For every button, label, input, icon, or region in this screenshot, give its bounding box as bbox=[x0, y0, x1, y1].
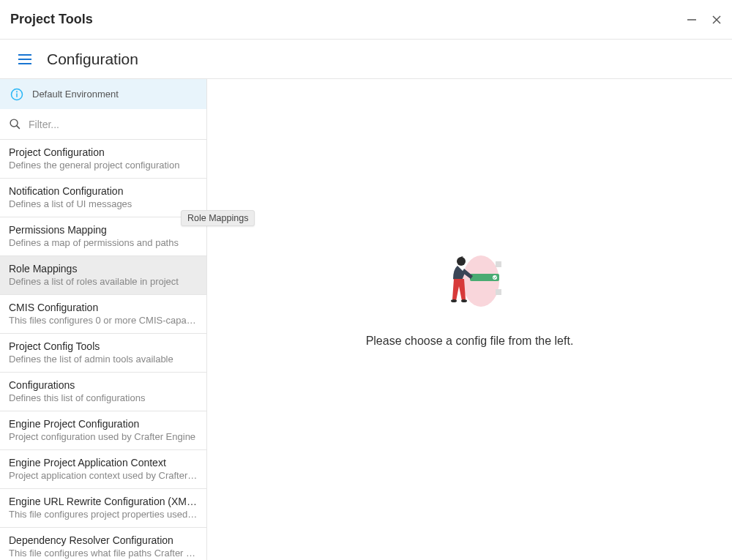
config-item-title: Configurations bbox=[9, 379, 198, 391]
config-item-title: Engine URL Rewrite Configuration (XML St… bbox=[9, 496, 198, 507]
svg-line-10 bbox=[17, 126, 20, 129]
config-item-desc: Defines this list of configurations bbox=[9, 392, 198, 403]
config-item-desc: Project configuration used by Crafter En… bbox=[9, 431, 198, 442]
minimize-button[interactable] bbox=[687, 15, 697, 25]
config-item-desc: Project application context used by Craf… bbox=[9, 470, 198, 481]
config-item-engine-project-application-context[interactable]: Engine Project Application Context Proje… bbox=[0, 450, 206, 489]
svg-point-8 bbox=[17, 92, 18, 92]
config-item-title: Engine Project Application Context bbox=[9, 457, 198, 468]
empty-message: Please choose a config file from the lef… bbox=[366, 335, 574, 348]
svg-point-13 bbox=[493, 275, 497, 280]
config-item-project-config-tools[interactable]: Project Config Tools Defines the list of… bbox=[0, 334, 206, 373]
config-item-desc: Defines a map of permissions and paths bbox=[9, 237, 198, 248]
svg-point-16 bbox=[457, 257, 466, 266]
config-item-permissions-mapping[interactable]: Permissions Mapping Defines a map of per… bbox=[0, 217, 206, 256]
close-button[interactable] bbox=[712, 15, 722, 25]
page-title: Configuration bbox=[47, 51, 138, 68]
empty-state: Please choose a config file from the lef… bbox=[366, 248, 574, 348]
config-item-title: Permissions Mapping bbox=[9, 224, 198, 236]
config-item-title: Notification Configuration bbox=[9, 185, 198, 197]
config-item-title: CMIS Configuration bbox=[9, 302, 198, 313]
svg-point-9 bbox=[10, 119, 18, 127]
svg-rect-15 bbox=[496, 289, 501, 295]
environment-label: Default Environment bbox=[32, 89, 119, 100]
config-item-desc: Defines a list of roles available in pro… bbox=[9, 276, 198, 287]
config-item-desc: This file configures what file paths Cra… bbox=[9, 548, 198, 559]
content: Default Environment Project Configuratio… bbox=[0, 79, 732, 560]
config-item-notification-configuration[interactable]: Notification Configuration Defines a lis… bbox=[0, 179, 206, 217]
titlebar: Project Tools bbox=[0, 0, 732, 40]
config-item-dependency-resolver-configuration[interactable]: Dependency Resolver Configuration This f… bbox=[0, 528, 206, 560]
config-item-title: Engine Project Configuration bbox=[9, 418, 198, 430]
info-icon bbox=[10, 88, 23, 101]
app-title: Project Tools bbox=[10, 12, 93, 27]
menu-icon[interactable] bbox=[16, 51, 34, 68]
config-item-configurations[interactable]: Configurations Defines this list of conf… bbox=[0, 373, 206, 411]
config-list: Project Configuration Defines the genera… bbox=[0, 140, 206, 560]
config-item-engine-project-configuration[interactable]: Engine Project Configuration Project con… bbox=[0, 411, 206, 450]
config-item-desc: This file configures project properties … bbox=[9, 509, 198, 520]
search-icon bbox=[9, 118, 21, 130]
filter-input[interactable] bbox=[29, 119, 198, 130]
main-panel: Please choose a config file from the lef… bbox=[207, 79, 732, 560]
config-item-desc: Defines the list of admin tools availabl… bbox=[9, 354, 198, 365]
config-item-desc: Defines a list of UI messages bbox=[9, 198, 198, 209]
config-item-title: Role Mappings bbox=[9, 263, 198, 275]
filter-row bbox=[0, 109, 206, 139]
config-item-project-configuration[interactable]: Project Configuration Defines the genera… bbox=[0, 140, 206, 179]
page-header: Configuration bbox=[0, 40, 732, 79]
environment-banner: Default Environment bbox=[0, 79, 206, 109]
svg-point-17 bbox=[451, 299, 457, 302]
empty-illustration bbox=[433, 248, 507, 321]
config-item-title: Dependency Resolver Configuration bbox=[9, 534, 198, 546]
config-item-role-mappings[interactable]: Role Mappings Defines a list of roles av… bbox=[0, 256, 206, 295]
config-item-title: Project Config Tools bbox=[9, 340, 198, 352]
config-item-desc: This files configures 0 or more CMIS-cap… bbox=[9, 315, 198, 326]
window-controls bbox=[687, 15, 722, 25]
svg-rect-14 bbox=[496, 261, 501, 267]
sidebar: Default Environment Project Configuratio… bbox=[0, 79, 207, 560]
config-item-engine-url-rewrite-configuration[interactable]: Engine URL Rewrite Configuration (XML St… bbox=[0, 489, 206, 528]
config-item-cmis-configuration[interactable]: CMIS Configuration This files configures… bbox=[0, 295, 206, 334]
config-item-desc: Defines the general project configuratio… bbox=[9, 160, 198, 171]
config-item-title: Project Configuration bbox=[9, 146, 198, 158]
svg-point-18 bbox=[461, 299, 467, 302]
tooltip: Role Mappings bbox=[181, 210, 255, 226]
